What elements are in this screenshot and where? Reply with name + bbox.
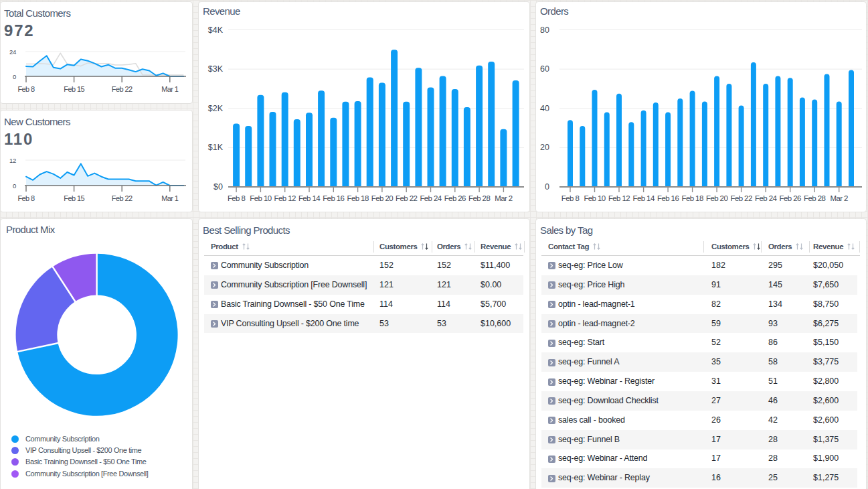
svg-text:$3K: $3K <box>208 64 224 74</box>
svg-text:$4K: $4K <box>208 25 224 35</box>
svg-text:Feb 15: Feb 15 <box>64 194 84 202</box>
svg-text:Mar 2: Mar 2 <box>495 194 513 202</box>
svg-text:Feb 20: Feb 20 <box>706 194 727 202</box>
svg-text:Feb 14: Feb 14 <box>298 194 321 202</box>
svg-text:Feb 10: Feb 10 <box>584 194 605 202</box>
svg-text:Mar 1: Mar 1 <box>161 194 179 202</box>
svg-text:$2K: $2K <box>208 104 224 113</box>
svg-text:$0: $0 <box>213 182 223 192</box>
svg-text:Mar 2: Mar 2 <box>830 194 848 202</box>
svg-text:0: 0 <box>13 73 16 80</box>
svg-text:60: 60 <box>540 64 549 74</box>
svg-text:Feb 26: Feb 26 <box>780 194 801 202</box>
svg-text:Mar 1: Mar 1 <box>161 85 179 93</box>
svg-text:Feb 28: Feb 28 <box>468 194 490 202</box>
svg-text:Feb 22: Feb 22 <box>112 194 133 202</box>
svg-text:Feb 20: Feb 20 <box>371 194 393 202</box>
svg-text:0: 0 <box>13 182 16 190</box>
svg-text:Feb 26: Feb 26 <box>444 194 466 202</box>
svg-text:Feb 22: Feb 22 <box>730 194 752 202</box>
svg-text:Feb 12: Feb 12 <box>274 194 296 202</box>
svg-text:Feb 22: Feb 22 <box>396 194 417 202</box>
svg-text:Feb 14: Feb 14 <box>632 194 655 202</box>
svg-text:Feb 12: Feb 12 <box>608 194 630 202</box>
svg-text:$1K: $1K <box>208 143 224 152</box>
svg-text:20: 20 <box>540 143 549 152</box>
svg-text:Feb 24: Feb 24 <box>420 194 442 202</box>
svg-text:Feb 16: Feb 16 <box>657 194 679 202</box>
svg-text:40: 40 <box>540 104 549 113</box>
svg-text:Feb 22: Feb 22 <box>112 85 133 93</box>
svg-text:Feb 8: Feb 8 <box>17 194 35 202</box>
svg-text:80: 80 <box>540 25 549 35</box>
svg-text:Feb 8: Feb 8 <box>17 85 35 93</box>
svg-text:24: 24 <box>9 48 16 56</box>
svg-text:Feb 24: Feb 24 <box>755 194 777 202</box>
svg-text:Feb 8: Feb 8 <box>228 194 246 202</box>
svg-text:Feb 15: Feb 15 <box>64 85 84 93</box>
svg-text:Feb 16: Feb 16 <box>323 194 344 202</box>
svg-text:Feb 18: Feb 18 <box>681 194 703 202</box>
svg-text:Feb 10: Feb 10 <box>250 194 271 202</box>
svg-text:Feb 28: Feb 28 <box>804 194 825 202</box>
svg-text:12: 12 <box>9 157 16 164</box>
svg-text:0: 0 <box>545 182 549 192</box>
svg-text:Feb 18: Feb 18 <box>347 194 368 202</box>
svg-text:Feb 8: Feb 8 <box>561 194 580 202</box>
